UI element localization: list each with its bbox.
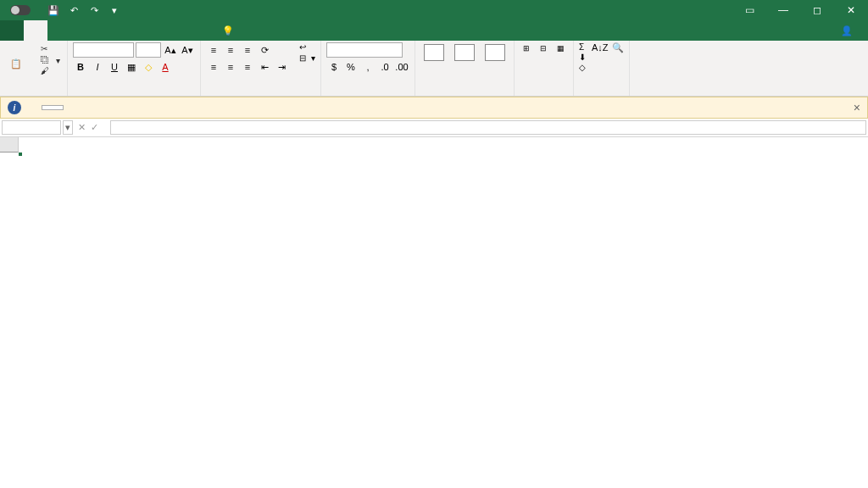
ribbon: 📋 ✂ ⿻▾ 🖌 A▴ A▾ B I U ▦ ◇ [0, 41, 868, 97]
decrease-decimal-icon[interactable]: .00 [394, 59, 409, 75]
align-center-icon[interactable]: ≡ [223, 59, 238, 75]
cell-styles-icon [485, 44, 505, 61]
font-size-select[interactable] [136, 42, 161, 58]
spreadsheet-grid [0, 137, 868, 488]
clear-button[interactable]: ◇ [579, 63, 588, 72]
fill-button[interactable]: ⬇ [579, 53, 588, 62]
cancel-formula-icon[interactable]: ✕ [78, 122, 86, 133]
tab-home[interactable] [24, 20, 47, 41]
tab-file[interactable] [0, 20, 24, 41]
ribbon-options-icon[interactable]: ▭ [732, 0, 766, 20]
column-headers [19, 137, 868, 152]
maximize-icon[interactable]: ◻ [800, 0, 834, 20]
tell-me-search[interactable]: 💡 [214, 20, 246, 41]
underline-button[interactable]: U [107, 59, 122, 75]
align-bottom-icon[interactable]: ≡ [240, 42, 255, 58]
tab-data[interactable] [142, 20, 166, 41]
title-bar: 💾 ↶ ↷ ▾ ▭ — ◻ ✕ [0, 0, 868, 20]
brush-icon: 🖌 [41, 66, 51, 76]
tab-view[interactable] [190, 20, 214, 41]
wrap-icon: ↩ [299, 42, 306, 52]
sort-icon: A↓Z [592, 42, 609, 53]
wrap-text-button[interactable]: ↩ [299, 42, 315, 52]
number-format-select[interactable] [326, 42, 403, 58]
sort-filter-button[interactable]: A↓Z [592, 42, 609, 94]
select-all-corner[interactable] [0, 137, 19, 152]
accept-formula-icon[interactable]: ✓ [91, 122, 98, 133]
group-clipboard: 📋 ✂ ⿻▾ 🖌 [0, 41, 68, 96]
comma-icon[interactable]: , [360, 59, 376, 75]
copy-button[interactable]: ⿻▾ [41, 55, 60, 65]
group-alignment: ≡ ≡ ≡ ⟳ ≡ ≡ ≡ ⇤ ⇥ ↩ ⊟▾ [201, 41, 321, 96]
close-icon[interactable]: ✕ [834, 0, 868, 20]
format-painter-button[interactable]: 🖌 [41, 66, 60, 76]
cell-styles-button[interactable] [481, 42, 509, 94]
autosave-toggle[interactable] [0, 5, 41, 15]
find-select-button[interactable]: 🔍 [612, 42, 624, 94]
group-number: $ % , .0 .00 [321, 41, 415, 96]
font-color-button[interactable]: A [158, 59, 173, 75]
percent-icon[interactable]: % [343, 59, 359, 75]
bold-button[interactable]: B [73, 59, 88, 75]
delete-cells-button[interactable]: ⊟ [537, 42, 550, 94]
orientation-icon[interactable]: ⟳ [257, 42, 272, 58]
align-right-icon[interactable]: ≡ [240, 59, 255, 75]
border-button[interactable]: ▦ [124, 59, 139, 75]
minimize-icon[interactable]: — [766, 0, 800, 20]
tab-draw[interactable] [71, 20, 95, 41]
format-cells-button[interactable]: ▦ [554, 42, 568, 94]
tab-review[interactable] [166, 20, 190, 41]
name-box[interactable] [2, 120, 61, 135]
align-left-icon[interactable]: ≡ [206, 59, 221, 75]
group-cells: ⊞ ⊟ ▦ [515, 41, 574, 96]
lightbulb-icon: 💡 [222, 25, 234, 36]
font-name-select[interactable] [73, 42, 134, 58]
merge-center-button[interactable]: ⊟▾ [299, 53, 315, 63]
customize-icon[interactable]: ▾ [108, 4, 120, 16]
eraser-icon: ◇ [579, 63, 586, 72]
align-top-icon[interactable]: ≡ [206, 42, 221, 58]
undo-icon[interactable]: ↶ [68, 4, 80, 16]
close-notification-icon[interactable]: × [854, 101, 860, 114]
autosum-button[interactable]: Σ [579, 42, 588, 52]
tab-formulas[interactable] [119, 20, 142, 41]
share-icon: 👤 [841, 25, 853, 36]
active-cell-indicator [19, 152, 22, 156]
insert-cells-button[interactable]: ⊞ [520, 42, 533, 94]
name-box-dropdown[interactable]: ▾ [63, 120, 73, 135]
increase-font-icon[interactable]: A▴ [163, 42, 178, 58]
increase-decimal-icon[interactable]: .0 [377, 59, 392, 75]
cond-format-icon [424, 44, 444, 61]
fill-color-button[interactable]: ◇ [141, 59, 156, 75]
increase-indent-icon[interactable]: ⇥ [274, 59, 289, 75]
chevron-down-icon: ▾ [56, 56, 60, 65]
conditional-formatting-button[interactable] [420, 42, 448, 94]
toggle-switch[interactable] [10, 5, 31, 15]
delete-icon: ⊟ [540, 44, 547, 53]
update-notification-bar: i × [0, 97, 868, 119]
sigma-icon: Σ [579, 42, 584, 52]
format-as-table-button[interactable] [451, 42, 478, 94]
formula-bar: ▾ ✕ ✓ [0, 119, 868, 137]
save-icon[interactable]: 💾 [47, 4, 59, 16]
italic-button[interactable]: I [90, 59, 105, 75]
paste-button[interactable]: 📋 [5, 42, 36, 94]
group-font: A▴ A▾ B I U ▦ ◇ A [68, 41, 201, 96]
info-icon: i [8, 101, 21, 114]
chevron-down-icon: ▾ [311, 53, 315, 63]
align-middle-icon[interactable]: ≡ [223, 42, 238, 58]
table-icon [454, 44, 475, 61]
copy-icon: ⿻ [41, 55, 51, 65]
share-button[interactable]: 👤 [829, 20, 868, 41]
decrease-font-icon[interactable]: A▾ [180, 42, 195, 58]
tab-page-layout[interactable] [95, 20, 119, 41]
formula-input[interactable] [110, 120, 866, 135]
redo-icon[interactable]: ↷ [88, 4, 100, 16]
ribbon-tabs: 💡 👤 [0, 20, 868, 41]
currency-icon[interactable]: $ [326, 59, 342, 75]
tab-insert[interactable] [47, 20, 71, 41]
group-editing: Σ ⬇ ◇ A↓Z 🔍 [574, 41, 630, 96]
cut-button[interactable]: ✂ [41, 44, 60, 54]
decrease-indent-icon[interactable]: ⇤ [257, 59, 272, 75]
update-now-button[interactable] [42, 105, 64, 110]
